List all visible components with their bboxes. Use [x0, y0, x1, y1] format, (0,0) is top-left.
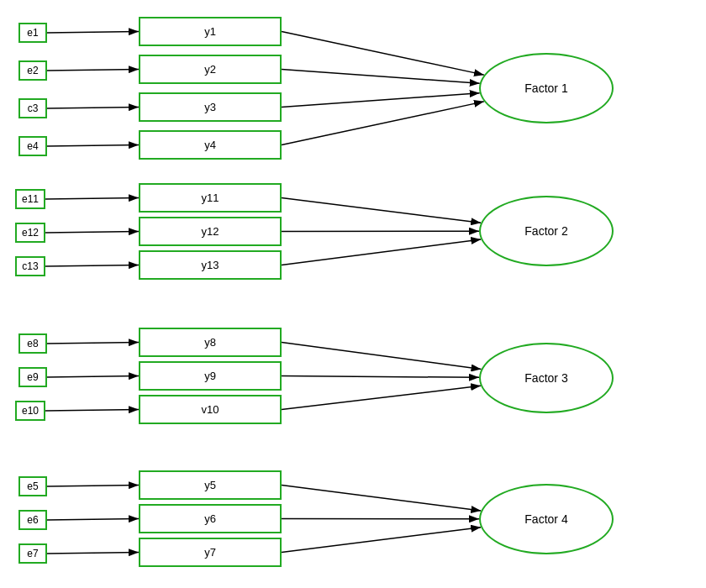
indicator-label-y8: y8 [204, 336, 216, 349]
factor-label-2: Factor 2 [524, 224, 567, 238]
indicator-box-y3: y3 [139, 92, 282, 122]
factor-ellipse-1: Factor 1 [479, 53, 614, 123]
error-box-e6: e6 [18, 510, 47, 530]
error-box-e2: e2 [18, 60, 47, 81]
error-label-e10: e10 [22, 405, 39, 417]
factor-ellipse-4: Factor 4 [479, 484, 614, 554]
svg-line-15 [47, 343, 139, 344]
svg-line-9 [45, 198, 139, 200]
svg-line-17 [45, 410, 139, 412]
indicator-label-y1: y1 [204, 25, 216, 38]
indicator-box-y7: y7 [139, 538, 282, 567]
indicator-box-y4: y4 [139, 130, 282, 160]
error-box-e9: e9 [18, 367, 47, 387]
indicator-box-y12: y12 [139, 217, 282, 246]
error-box-e11: e11 [15, 189, 45, 209]
error-box-e5: e5 [18, 476, 47, 496]
indicator-box-y6: y6 [139, 504, 282, 533]
svg-line-6 [282, 70, 480, 84]
svg-line-11 [45, 265, 139, 267]
indicator-label-y11: y11 [202, 192, 219, 204]
error-label-e7: e7 [27, 548, 38, 559]
error-box-e8: e8 [18, 333, 47, 354]
svg-line-1 [47, 32, 139, 34]
svg-line-10 [45, 232, 139, 234]
indicator-label-y10: v10 [202, 403, 219, 416]
svg-line-19 [282, 376, 479, 378]
error-label-e12: e12 [22, 227, 39, 239]
indicator-label-y4: y4 [204, 139, 216, 151]
error-label-e6: e6 [27, 514, 38, 526]
factor-label-1: Factor 1 [524, 81, 567, 95]
indicator-label-y2: y2 [204, 63, 216, 76]
svg-line-24 [282, 486, 481, 512]
error-label-c13: c13 [22, 260, 38, 272]
indicator-label-y6: y6 [204, 512, 216, 525]
svg-line-18 [282, 343, 482, 370]
error-box-e12: e12 [15, 223, 45, 243]
error-box-c13: c13 [15, 256, 45, 276]
svg-line-5 [282, 32, 484, 76]
indicator-label-y3: y3 [204, 101, 216, 113]
indicator-label-y5: y5 [204, 479, 216, 491]
svg-line-14 [282, 239, 481, 265]
indicator-label-y12: y12 [202, 225, 219, 238]
svg-line-8 [282, 102, 484, 145]
error-box-e10: e10 [15, 401, 45, 421]
indicator-label-y7: y7 [204, 546, 216, 559]
error-label-e2: e2 [27, 65, 38, 76]
error-label-e1: e1 [27, 27, 38, 39]
factor-ellipse-2: Factor 2 [479, 196, 614, 266]
svg-line-12 [282, 198, 481, 223]
indicator-box-y11: y11 [139, 183, 282, 213]
svg-line-23 [47, 553, 139, 554]
indicator-box-y10: v10 [139, 395, 282, 424]
error-box-e4: e4 [18, 136, 47, 156]
error-label-e5: e5 [27, 480, 38, 492]
error-label-e4: e4 [27, 140, 38, 152]
svg-line-4 [47, 145, 139, 147]
factor-ellipse-3: Factor 3 [479, 343, 614, 413]
error-box-c3: c3 [18, 98, 47, 118]
svg-line-22 [47, 519, 139, 521]
diagram-canvas: Factor 1Factor 2Factor 3Factor 4y1y2y3y4… [0, 0, 706, 588]
indicator-box-y5: y5 [139, 470, 282, 500]
indicator-box-y1: y1 [139, 17, 282, 46]
indicator-box-y8: y8 [139, 328, 282, 357]
error-label-c3: c3 [28, 102, 39, 114]
error-label-e9: e9 [27, 371, 38, 383]
svg-line-7 [282, 93, 480, 108]
indicator-label-y13: y13 [202, 259, 219, 271]
error-box-e1: e1 [18, 23, 47, 43]
svg-line-3 [47, 108, 139, 109]
indicator-box-y9: y9 [139, 361, 282, 391]
svg-line-16 [47, 376, 139, 378]
factor-label-3: Factor 3 [524, 371, 567, 385]
error-label-e11: e11 [22, 193, 39, 205]
svg-line-26 [282, 528, 481, 553]
svg-line-21 [47, 486, 139, 487]
svg-line-2 [47, 70, 139, 71]
svg-line-20 [282, 386, 481, 409]
indicator-label-y9: y9 [204, 370, 216, 382]
error-box-e7: e7 [18, 543, 47, 564]
error-label-e8: e8 [27, 338, 38, 349]
indicator-box-y2: y2 [139, 55, 282, 84]
indicator-box-y13: y13 [139, 250, 282, 280]
factor-label-4: Factor 4 [524, 512, 567, 526]
